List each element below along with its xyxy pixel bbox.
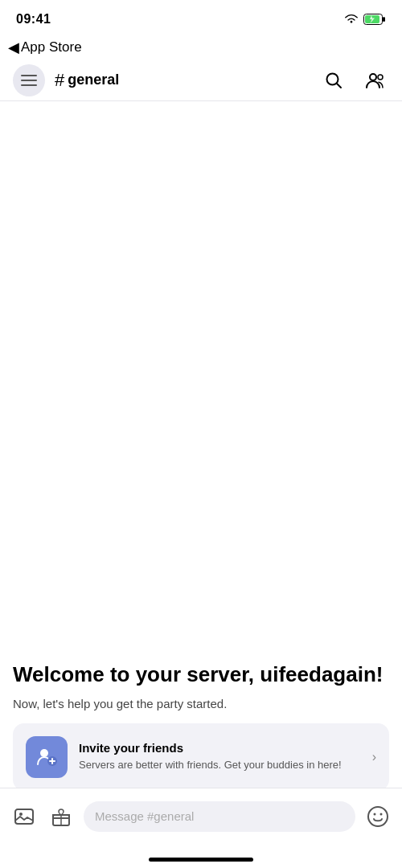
invite-description: Servers are better with friends. Get you… — [79, 758, 361, 772]
emoji-button[interactable] — [363, 802, 392, 831]
message-placeholder: Message #general — [95, 809, 194, 823]
channel-name: general — [68, 72, 119, 88]
status-time: 09:41 — [16, 12, 51, 27]
hamburger-button[interactable] — [13, 64, 45, 96]
svg-point-9 — [40, 749, 48, 757]
back-navigation[interactable]: ◀ App Store — [0, 35, 402, 59]
invite-chevron-icon: › — [372, 750, 376, 764]
hash-symbol: # — [55, 70, 64, 91]
svg-point-12 — [19, 813, 23, 816]
wifi-icon — [344, 14, 359, 25]
svg-point-14 — [368, 807, 388, 826]
message-input[interactable]: Message #general — [84, 801, 355, 832]
back-label: App Store — [21, 39, 82, 55]
welcome-title: Welcome to your server, uifeedagain! — [13, 661, 389, 689]
svg-point-16 — [380, 813, 383, 815]
channel-header: # general — [0, 59, 402, 101]
welcome-subtitle: Now, let's help you get the party starte… — [13, 697, 389, 710]
welcome-section: Welcome to your server, uifeedagain! Now… — [13, 661, 389, 804]
back-arrow-icon: ◀ — [8, 39, 19, 56]
members-button[interactable] — [362, 68, 389, 92]
svg-point-7 — [370, 74, 376, 80]
message-bar: Message #general — [0, 788, 402, 844]
invite-text: Invite your friends Servers are better w… — [79, 741, 361, 772]
gift-button[interactable] — [47, 802, 76, 831]
svg-rect-2 — [383, 17, 385, 22]
status-icons — [344, 14, 386, 25]
channel-name-wrap: # general — [55, 70, 322, 91]
header-actions — [322, 68, 389, 92]
battery-icon — [363, 14, 386, 25]
svg-rect-11 — [15, 809, 33, 824]
invite-icon — [26, 736, 68, 778]
status-bar: 09:41 — [0, 0, 402, 35]
image-attach-button[interactable] — [10, 802, 39, 831]
svg-rect-5 — [21, 84, 37, 86]
search-button[interactable] — [322, 68, 346, 92]
home-indicator — [149, 858, 253, 862]
svg-rect-3 — [21, 75, 37, 76]
svg-point-8 — [378, 75, 383, 80]
invite-card[interactable]: Invite your friends Servers are better w… — [13, 723, 389, 791]
svg-point-15 — [374, 813, 376, 815]
svg-rect-4 — [21, 80, 37, 81]
invite-title: Invite your friends — [79, 741, 361, 755]
chat-area: Welcome to your server, uifeedagain! Now… — [0, 101, 402, 804]
